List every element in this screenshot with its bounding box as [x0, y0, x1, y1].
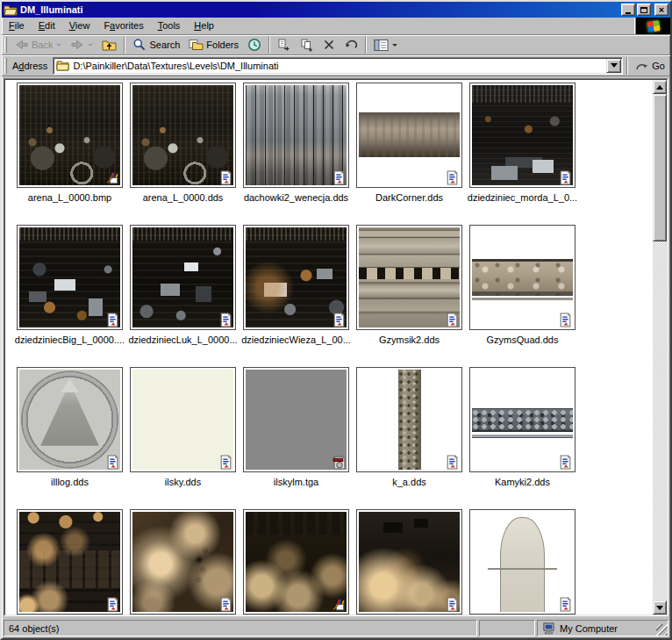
file-name[interactable]: Gzymsik2.dds [379, 334, 440, 345]
file-item[interactable]: ilskylm.tga [239, 367, 353, 509]
menu-help[interactable]: Help [187, 18, 221, 34]
file-item[interactable] [466, 509, 579, 615]
address-bar: Address D:\Painkiller\Data\Textures\Leve… [2, 55, 670, 76]
menu-file[interactable]: File [2, 18, 32, 34]
dds-document-icon [105, 455, 120, 470]
menu-favorites[interactable]: Favorites [97, 18, 150, 34]
close-button[interactable]: × [654, 4, 668, 16]
dds-document-icon [218, 313, 233, 327]
file-name[interactable]: dziedziniec_morda_L_0... [468, 192, 577, 203]
file-item[interactable]: ilsky.dds [126, 367, 239, 509]
dds-document-icon [445, 455, 460, 470]
chevron-down-icon[interactable] [56, 44, 61, 47]
file-thumbnail[interactable] [356, 225, 462, 330]
up-button[interactable] [97, 35, 121, 54]
file-thumbnail[interactable] [469, 83, 575, 188]
file-item[interactable]: dziedziniecBig_L_0000.... [13, 225, 126, 367]
scrollbar-thumb[interactable] [653, 94, 667, 241]
file-thumbnail[interactable] [130, 367, 236, 472]
triangle-down-icon [656, 606, 663, 610]
undo-button[interactable] [340, 35, 362, 54]
file-thumbnail[interactable] [130, 509, 236, 615]
file-name[interactable]: illlog.dds [51, 477, 89, 487]
file-name[interactable]: dziedziniecLuk_L_0000... [128, 334, 237, 345]
file-item[interactable] [353, 509, 466, 615]
file-name[interactable]: dziedziniecWieza_L_00... [241, 334, 351, 345]
chevron-down-icon[interactable] [392, 44, 397, 47]
file-name[interactable]: DarkCorner.dds [375, 192, 443, 203]
file-item[interactable]: k_a.dds [353, 367, 466, 509]
title-bar[interactable]: DM_Illuminati × [2, 2, 670, 18]
file-name[interactable]: arena_L_0000.bmp [28, 192, 111, 203]
file-thumbnail[interactable] [17, 83, 123, 188]
file-item[interactable]: arena_L_0000.bmp [13, 83, 126, 225]
file-thumbnail[interactable] [243, 509, 349, 615]
history-button[interactable] [243, 35, 266, 54]
file-item[interactable]: illlog.dds [13, 367, 126, 509]
menu-view[interactable]: View [62, 18, 97, 34]
file-item[interactable]: arena_L_0000.dds [126, 83, 239, 225]
file-item[interactable] [126, 509, 239, 615]
menu-edit[interactable]: Edit [32, 18, 62, 34]
file-thumbnail[interactable] [243, 83, 349, 188]
file-item[interactable]: dachowki2_wenecja.dds [239, 83, 353, 225]
move-to-button[interactable] [273, 35, 296, 54]
file-thumbnail[interactable] [243, 225, 349, 330]
file-item[interactable]: dziedziniec_morda_L_0... [466, 83, 579, 225]
file-name[interactable]: dziedziniecBig_L_0000.... [15, 334, 125, 345]
chevron-down-icon[interactable] [88, 44, 93, 47]
file-item[interactable] [239, 509, 353, 615]
file-item[interactable]: GzymsQuad.dds [466, 225, 579, 367]
file-thumbnail[interactable] [243, 367, 349, 472]
minimize-button[interactable] [621, 4, 635, 16]
file-thumbnail[interactable] [356, 367, 462, 472]
file-thumbnail[interactable] [130, 83, 236, 188]
file-item[interactable]: dziedziniecWieza_L_00... [239, 225, 353, 367]
delete-button[interactable] [318, 35, 340, 54]
go-button[interactable]: Go [632, 59, 668, 73]
resize-grip[interactable] [656, 624, 668, 636]
file-name[interactable]: k_a.dds [392, 477, 426, 487]
menu-tools[interactable]: Tools [151, 18, 188, 34]
file-name[interactable]: arena_L_0000.dds [143, 192, 224, 203]
object-count-label: 64 object(s) [9, 623, 59, 634]
file-thumbnail[interactable] [17, 367, 123, 472]
file-item[interactable]: Gzymsik2.dds [353, 225, 466, 367]
file-name[interactable]: ilskylm.tga [274, 477, 318, 487]
file-grid: arena_L_0000.bmparena_L_0000.ddsdachowki… [5, 80, 653, 615]
file-thumbnail[interactable] [469, 225, 575, 330]
file-item[interactable]: Kamyki2.dds [466, 367, 579, 509]
toolbar: BackSearchFolders [2, 35, 670, 55]
folders-button[interactable]: Folders [184, 35, 243, 54]
views-button[interactable] [369, 35, 402, 54]
address-dropdown-button[interactable] [606, 59, 621, 73]
file-item[interactable]: DarkCorner.dds [353, 83, 466, 225]
file-name[interactable]: ilsky.dds [165, 477, 201, 487]
file-name[interactable]: GzymsQuad.dds [487, 334, 559, 345]
file-thumbnail[interactable] [469, 367, 575, 472]
up-folder-icon [102, 38, 117, 52]
file-name[interactable]: dachowki2_wenecja.dds [244, 192, 348, 203]
addressbar-grip[interactable] [4, 58, 7, 74]
file-thumbnail[interactable] [17, 509, 123, 615]
scroll-up-button[interactable] [653, 80, 667, 94]
address-combobox[interactable]: D:\Painkiller\Data\Textures\Levels\DM_Il… [53, 57, 623, 75]
vertical-scrollbar[interactable] [653, 80, 667, 615]
forward-button[interactable] [66, 35, 97, 54]
file-thumbnail[interactable] [356, 509, 462, 615]
file-thumbnail[interactable] [17, 225, 123, 330]
address-path[interactable]: D:\Painkiller\Data\Textures\Levels\DM_Il… [73, 61, 606, 71]
scroll-down-button[interactable] [653, 600, 667, 615]
copy-to-button[interactable] [296, 35, 318, 54]
file-thumbnail[interactable] [130, 225, 236, 330]
file-item[interactable]: dziedziniecLuk_L_0000... [126, 225, 239, 367]
file-name[interactable]: Kamyki2.dds [495, 477, 550, 487]
search-button[interactable]: Search [128, 35, 184, 54]
file-item[interactable] [13, 509, 126, 615]
back-button[interactable]: Back [11, 35, 66, 54]
file-thumbnail[interactable] [356, 83, 462, 188]
folder-address-icon [56, 60, 69, 71]
toolbar-grip[interactable] [4, 37, 7, 53]
file-thumbnail[interactable] [469, 509, 575, 615]
maximize-button[interactable] [637, 4, 651, 16]
